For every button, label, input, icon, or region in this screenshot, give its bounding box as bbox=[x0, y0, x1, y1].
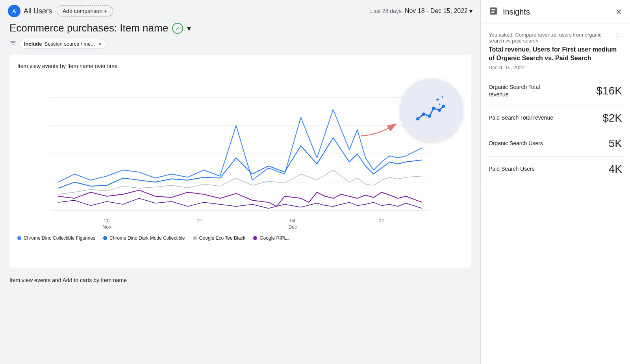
top-bar: A All Users Add comparison + Last 28 day… bbox=[0, 0, 480, 22]
all-users-label: All Users bbox=[24, 7, 52, 15]
add-comparison-label: Add comparison bbox=[63, 8, 102, 14]
metric-row-1: Paid Search Total revenue $2K bbox=[489, 105, 622, 131]
metric-value-0: $16K bbox=[597, 85, 622, 97]
metric-row-3: Paid Search Users 4K bbox=[489, 156, 622, 182]
chart-title: Item view events by Item name over time bbox=[17, 63, 463, 69]
date-dropdown-icon: ▾ bbox=[469, 7, 472, 15]
filter-bar: Include Session source / me... ✕ bbox=[9, 39, 471, 49]
legend-dot-1 bbox=[17, 236, 21, 240]
metric-row-0: Organic Search Total revenue $16K bbox=[489, 77, 622, 105]
svg-text:✦: ✦ bbox=[435, 96, 440, 103]
chart-legend: Chrome Dino Collectible Figurines Chrome… bbox=[17, 235, 463, 241]
svg-point-6 bbox=[432, 107, 435, 110]
legend-label-2: Chrome Dino Dark Mode Collectible bbox=[109, 235, 185, 241]
legend-dot-4 bbox=[253, 236, 257, 240]
report-title: Ecommerce purchases: Item name bbox=[9, 22, 168, 34]
metric-row-2: Organic Search Users 5K bbox=[489, 131, 622, 156]
metric-value-1: $2K bbox=[602, 112, 622, 124]
legend-label-4: Google RIPL... bbox=[259, 235, 291, 241]
insight-date: Dec 9–15, 2022 bbox=[489, 65, 622, 70]
svg-point-7 bbox=[438, 109, 441, 112]
svg-text:20: 20 bbox=[104, 218, 109, 224]
svg-point-4 bbox=[422, 113, 425, 116]
page-content: Ecommerce purchases: Item name ✓ ▾ Inclu… bbox=[0, 22, 480, 364]
insights-bubble: ✦ ✦ ✦ bbox=[400, 79, 463, 142]
pointing-arrow bbox=[357, 116, 404, 140]
metric-label-2: Organic Search Users bbox=[489, 140, 543, 148]
svg-text:11: 11 bbox=[379, 218, 384, 224]
chart-card: Item view events by Item name over time … bbox=[9, 55, 471, 268]
user-avatar: A bbox=[8, 5, 20, 17]
metric-value-2: 5K bbox=[609, 137, 622, 150]
svg-text:27: 27 bbox=[197, 218, 203, 224]
legend-dot-3 bbox=[193, 236, 197, 240]
svg-point-8 bbox=[442, 105, 445, 108]
insight-query-text: You asked: Compare revenue, users from o… bbox=[489, 32, 612, 44]
add-comparison-button[interactable]: Add comparison + bbox=[57, 5, 113, 17]
insight-main-title: Total revenue, Users for First user medi… bbox=[489, 45, 622, 63]
date-prefix: Last 28 days bbox=[371, 8, 402, 14]
legend-item-1: Chrome Dino Collectible Figurines bbox=[17, 235, 95, 241]
report-dropdown-button[interactable]: ▾ bbox=[187, 24, 191, 33]
insights-panel-icon bbox=[489, 6, 498, 17]
legend-item-3: Google Eco Tee Black bbox=[193, 235, 246, 241]
svg-text:✦: ✦ bbox=[441, 95, 444, 99]
verified-icon: ✓ bbox=[172, 23, 183, 34]
insights-panel-header: Insights ✕ bbox=[481, 0, 630, 24]
svg-point-3 bbox=[416, 117, 419, 120]
filter-value: Session source / me... bbox=[44, 41, 95, 47]
second-section-title: Item view events and Add to carts by Ite… bbox=[9, 274, 471, 286]
insights-panel: Insights ✕ You asked: Compare revenue, u… bbox=[480, 0, 630, 364]
chart-area: 20 Nov 27 04 Dec 11 bbox=[17, 77, 463, 231]
date-range-container: Last 28 days Nov 18 - Dec 15, 2022 ▾ bbox=[371, 7, 472, 15]
insights-panel-title: Insights bbox=[503, 7, 611, 17]
insights-bubble-graphic: ✦ ✦ ✦ bbox=[414, 94, 449, 126]
close-insights-button[interactable]: ✕ bbox=[615, 7, 622, 17]
metric-label-0: Organic Search Total revenue bbox=[489, 83, 560, 99]
add-icon: + bbox=[104, 8, 107, 14]
line-chart: 20 Nov 27 04 Dec 11 bbox=[17, 77, 463, 231]
svg-text:✦: ✦ bbox=[438, 103, 441, 106]
main-content: A All Users Add comparison + Last 28 day… bbox=[0, 0, 480, 364]
all-users-button[interactable]: A All Users bbox=[8, 5, 52, 17]
legend-item-2: Chrome Dino Dark Mode Collectible bbox=[103, 235, 185, 241]
date-range-selector[interactable]: Nov 18 - Dec 15, 2022 ▾ bbox=[405, 7, 472, 15]
insight-query-row: You asked: Compare revenue, users from o… bbox=[489, 32, 622, 44]
filter-close-button[interactable]: ✕ bbox=[98, 41, 102, 47]
report-title-row: Ecommerce purchases: Item name ✓ ▾ bbox=[9, 22, 471, 34]
svg-text:Dec: Dec bbox=[288, 224, 297, 230]
legend-label-3: Google Eco Tee Black bbox=[199, 235, 246, 241]
legend-item-4: Google RIPL... bbox=[253, 235, 291, 241]
legend-dot-2 bbox=[103, 236, 107, 240]
filter-chip[interactable]: Include Session source / me... ✕ bbox=[20, 39, 106, 49]
metric-label-3: Paid Search Users bbox=[489, 165, 535, 173]
arrow-container bbox=[357, 116, 404, 141]
more-options-button[interactable]: ⋮ bbox=[612, 32, 622, 41]
svg-text:04: 04 bbox=[290, 218, 296, 224]
metric-value-3: 4K bbox=[609, 163, 622, 176]
svg-point-5 bbox=[428, 115, 431, 118]
svg-text:Nov: Nov bbox=[102, 224, 111, 230]
legend-label-1: Chrome Dino Collectible Figurines bbox=[24, 235, 95, 241]
filter-icon bbox=[9, 40, 17, 48]
insight-card: You asked: Compare revenue, users from o… bbox=[481, 24, 630, 190]
metric-label-1: Paid Search Total revenue bbox=[489, 114, 553, 122]
filter-include-label: Include bbox=[24, 41, 42, 47]
date-range-value: Nov 18 - Dec 15, 2022 bbox=[405, 7, 468, 15]
insights-bubble-inner: ✦ ✦ ✦ bbox=[414, 94, 449, 126]
